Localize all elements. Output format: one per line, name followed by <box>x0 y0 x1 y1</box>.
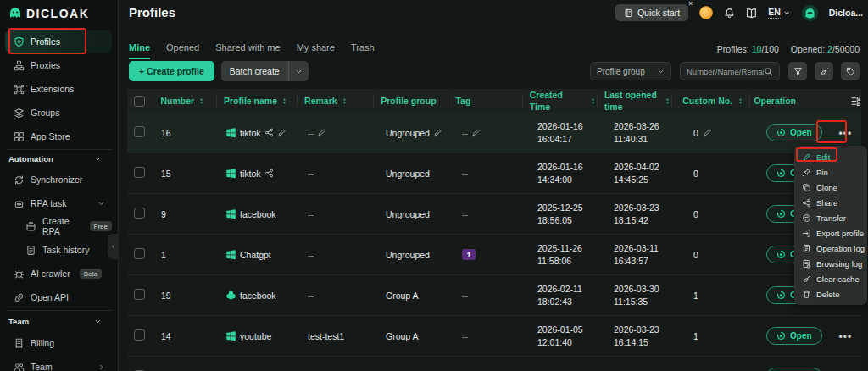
sort-icon[interactable] <box>341 97 348 105</box>
app-logo[interactable]: DICLOAK <box>8 7 89 20</box>
row-checkbox[interactable] <box>134 248 145 259</box>
sidebar-item-ai-crawler[interactable]: AI crawler Beta <box>5 263 112 285</box>
tag-manager-button[interactable] <box>841 62 860 80</box>
menu-item-browsing-log[interactable]: Browsing log <box>794 256 867 271</box>
tab-shared-with-me[interactable]: Shared with me <box>215 42 280 59</box>
sidebar-item-extensions[interactable]: Extensions <box>5 78 112 100</box>
sidebar-item-label: Open API <box>31 292 69 302</box>
tab-trash[interactable]: Trash <box>351 42 375 59</box>
share-icon[interactable] <box>264 128 274 137</box>
row-checkbox[interactable] <box>134 329 145 341</box>
sidebar-section-team[interactable]: Team <box>8 317 110 326</box>
menu-item-clone[interactable]: Clone <box>794 180 867 195</box>
sidebar-item-task-history[interactable]: Task history <box>5 239 112 261</box>
menu-item-operation-log[interactable]: Operation log <box>794 241 867 256</box>
docs-book-icon[interactable] <box>746 8 757 19</box>
menu-item-clear-cache[interactable]: Clear cache <box>794 271 867 286</box>
sidebar-item-groups[interactable]: Groups <box>5 102 112 124</box>
language-selector[interactable]: EN <box>768 7 791 19</box>
header-number[interactable]: Number <box>153 94 217 108</box>
sort-icon[interactable] <box>281 97 288 105</box>
batch-create-button[interactable]: Batch create <box>221 61 309 81</box>
table-row[interactable]: 15 tiktok -- Ungrouped -- 2026-01-1614:3… <box>127 153 861 194</box>
edit-custom-no-icon[interactable] <box>703 128 712 137</box>
edit-tag-icon[interactable] <box>471 128 481 137</box>
quick-start-close-icon[interactable]: × <box>688 0 693 8</box>
batch-create-dropdown[interactable] <box>288 61 309 81</box>
menu-item-edit[interactable]: Edit <box>794 149 867 164</box>
sidebar-item-profiles[interactable]: Profiles <box>5 30 112 53</box>
tab-mine[interactable]: Mine <box>129 42 150 59</box>
tag-badge[interactable]: 1 <box>462 249 476 260</box>
search-icon[interactable] <box>764 67 773 76</box>
row-checkbox[interactable] <box>134 289 145 300</box>
sidebar-item-rpa-task[interactable]: RPA task <box>5 192 112 214</box>
header-last-opened-time[interactable]: Last opened time <box>598 94 672 108</box>
menu-item-delete[interactable]: Delete <box>794 286 867 302</box>
edit-name-icon[interactable] <box>277 128 287 137</box>
sidebar-item-billing[interactable]: Billing <box>5 332 112 354</box>
clear-cache-button[interactable] <box>815 62 833 80</box>
header-tag[interactable]: Tag <box>448 94 522 108</box>
profile-name: tiktok <box>240 128 261 138</box>
more-actions-button[interactable]: ••• <box>839 330 853 342</box>
share-icon[interactable] <box>264 169 274 178</box>
sidebar-item-label: Profiles <box>31 36 60 47</box>
edit-group-icon[interactable] <box>433 128 442 137</box>
sidebar-item-label: App Store <box>31 131 70 141</box>
header-remark[interactable]: Remark <box>298 94 374 108</box>
row-checkbox[interactable] <box>134 126 145 137</box>
menu-item-share[interactable]: Share <box>794 195 867 210</box>
open-profile-button[interactable]: Open <box>766 124 822 141</box>
header-created-time[interactable]: Created Time <box>523 94 598 108</box>
user-name[interactable]: Dicloa... <box>829 8 863 18</box>
profile-group-select[interactable]: Profile group <box>590 62 671 80</box>
table-row[interactable]: 1 Chatgpt -- Ungrouped 1 2025-11-2611:58… <box>127 235 861 275</box>
search-input[interactable] <box>687 67 764 76</box>
remark-value: test-test1 <box>308 331 344 341</box>
edit-remark-icon[interactable] <box>317 128 326 137</box>
notifications-bell-icon[interactable] <box>724 8 735 19</box>
more-actions-button[interactable]: ••• <box>839 127 853 139</box>
sidebar-item-team[interactable]: Team <box>5 356 112 371</box>
sort-icon[interactable] <box>664 97 671 105</box>
header-custom-no[interactable]: Custom No. <box>672 94 750 108</box>
quick-start-button[interactable]: Quick start × <box>615 4 688 21</box>
group-value: Ungrouped <box>386 250 430 260</box>
table-row[interactable]: 19 facebook -- Group A -- 2026-02-1118:0… <box>127 275 861 316</box>
sidebar-item-app-store[interactable]: App Store <box>5 125 112 147</box>
profiles-used: 10 <box>752 44 762 54</box>
sidebar-item-synchronizer[interactable]: Synchronizer <box>5 169 112 191</box>
select-all-checkbox[interactable] <box>134 96 145 107</box>
tab-my-share[interactable]: My share <box>297 42 335 59</box>
open-spinner-icon <box>776 291 786 300</box>
menu-item-export-profile[interactable]: Export profile <box>794 225 867 241</box>
sort-icon[interactable] <box>737 97 744 105</box>
table-row[interactable]: 14 youtube test-test1 Group A -- 2026-01… <box>127 316 861 357</box>
menu-item-transfer[interactable]: Transfer <box>794 210 867 225</box>
filter-button[interactable] <box>788 62 807 80</box>
table-row-partial[interactable]: 2025-12-04 2026-03-26 Open <box>127 357 861 371</box>
sidebar-item-open-api[interactable]: Open API <box>5 286 112 308</box>
coin-icon[interactable] <box>699 6 713 19</box>
profiles-table: Number Profile name Remark Profile group… <box>127 89 861 371</box>
sidebar-item-proxies[interactable]: Proxies <box>5 54 112 76</box>
sidebar-item-create-rpa[interactable]: Create RPA Free <box>5 215 112 237</box>
open-profile-button[interactable]: Open <box>766 327 822 345</box>
create-profile-button[interactable]: + Create profile <box>129 61 214 81</box>
row-checkbox[interactable] <box>134 167 145 178</box>
column-settings-icon[interactable] <box>850 96 861 107</box>
sidebar-section-automation[interactable]: Automation <box>8 154 110 163</box>
table-row[interactable]: 9 facebook -- Ungrouped -- 2025-12-2518:… <box>127 194 861 235</box>
sidebar-collapse-handle[interactable]: ‹ <box>108 234 119 259</box>
menu-item-pin[interactable]: Pin <box>794 164 867 180</box>
sort-icon[interactable] <box>198 97 205 105</box>
table-row[interactable]: 16 tiktok -- Ungrouped -- 2026-01-1616:0… <box>127 113 861 153</box>
header-profile-name[interactable]: Profile name <box>217 94 298 108</box>
sort-icon[interactable] <box>589 97 597 105</box>
tab-opened[interactable]: Opened <box>166 42 199 59</box>
avatar[interactable] <box>802 5 818 21</box>
open-profile-button[interactable]: Open <box>766 368 822 371</box>
row-checkbox[interactable] <box>134 208 145 219</box>
header-profile-group[interactable]: Profile group <box>374 94 448 108</box>
